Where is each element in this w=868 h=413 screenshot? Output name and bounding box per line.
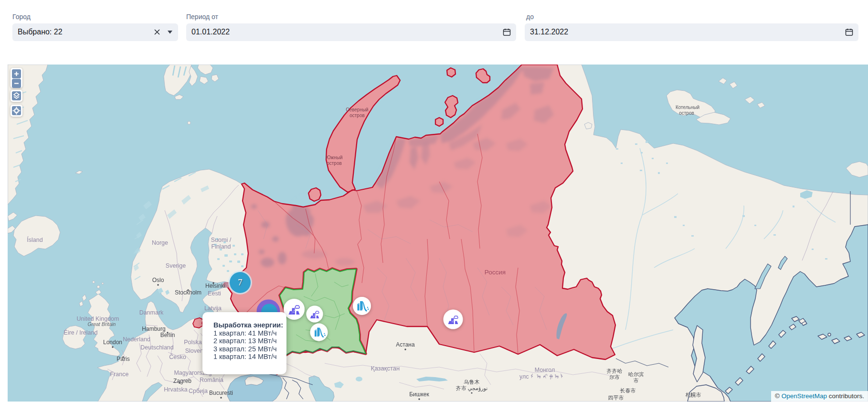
svg-text:România: România <box>200 377 223 383</box>
svg-text:Hrvatska: Hrvatska <box>164 386 187 393</box>
svg-text:Бишкек: Бишкек <box>409 391 429 398</box>
svg-text:Polska: Polska <box>184 339 202 346</box>
svg-text:Србија: Србија <box>189 388 208 394</box>
svg-text:7: 7 <box>238 277 243 287</box>
svg-text:哈尔滨: 哈尔滨 <box>628 371 644 377</box>
svg-text:Северный: Северный <box>346 107 368 112</box>
svg-text:齐齐哈: 齐齐哈 <box>607 368 623 374</box>
svg-text:France: France <box>110 371 129 378</box>
svg-text:札幌市: 札幌市 <box>686 392 701 398</box>
svg-text:长春市: 长春市 <box>620 388 636 393</box>
svg-text:乌鲁木: 乌鲁木 <box>464 379 480 385</box>
svg-text:Hamburg: Hamburg <box>142 326 165 332</box>
svg-text:улс ᠮᠣᠩᠭᠣᠯ: улс ᠮᠣᠩᠭᠣᠯ <box>519 373 566 380</box>
svg-text:Sverige: Sverige <box>166 262 186 269</box>
svg-text:Suomi /: Suomi / <box>211 237 232 243</box>
svg-text:Norge: Norge <box>152 239 168 246</box>
svg-text:Česko: Česko <box>169 353 186 360</box>
svg-text:Россия: Россия <box>485 269 506 276</box>
svg-text:Bucuresti: Bucuresti <box>209 390 233 396</box>
svg-text:Finland: Finland <box>212 243 231 250</box>
svg-text:London: London <box>103 339 122 346</box>
svg-text:Éire / Ireland: Éire / Ireland <box>64 329 98 336</box>
svg-text:Danmark: Danmark <box>139 309 164 316</box>
svg-text:Helsinki: Helsinki <box>205 283 225 289</box>
svg-text:Астана: Астана <box>396 341 415 348</box>
svg-text:остров: остров <box>679 110 694 116</box>
svg-text:Zagreb: Zagreb <box>173 378 191 384</box>
svg-text:Монгол: Монгол <box>535 367 555 373</box>
svg-text:Great Britain: Great Britain <box>88 321 116 327</box>
svg-text:остров: остров <box>349 113 365 118</box>
svg-text:Latvija: Latvija <box>204 305 222 312</box>
svg-text:Deutschland: Deutschland <box>140 344 174 351</box>
svg-text:四平市: 四平市 <box>608 395 624 401</box>
svg-text:市: 市 <box>634 378 639 383</box>
svg-text:Южный: Южный <box>326 155 342 160</box>
svg-text:Oslo: Oslo <box>152 277 164 283</box>
svg-text:остров: остров <box>327 161 342 166</box>
svg-text:Nederland: Nederland <box>123 336 150 343</box>
svg-text:Қазақстан: Қазақстан <box>371 365 400 372</box>
svg-text:尔市: 尔市 <box>609 374 620 380</box>
svg-text:Ísland: Ísland <box>27 236 42 243</box>
svg-text:Котельный: Котельный <box>676 105 699 110</box>
svg-text:Eesti: Eesti <box>208 290 221 297</box>
svg-text:齐市 ﻧﻮرﯞمجي: 齐市 ﻧﻮرﯞمجي <box>456 385 488 391</box>
